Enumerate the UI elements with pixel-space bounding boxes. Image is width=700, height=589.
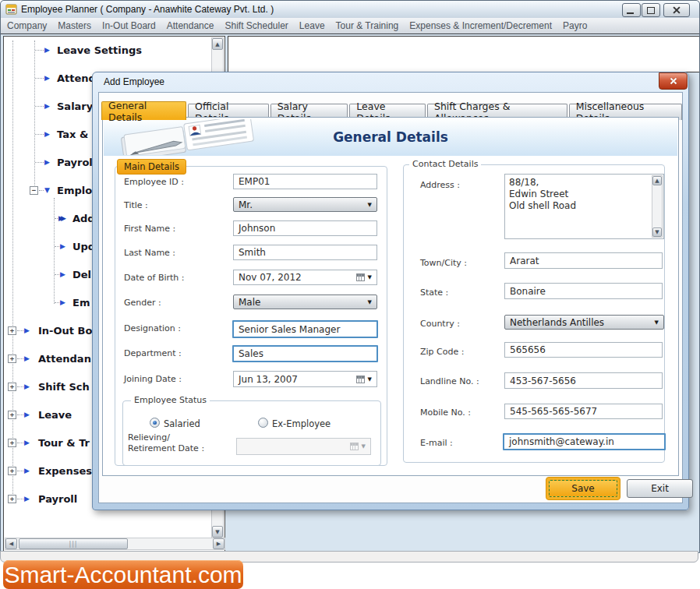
tab-general-details[interactable]: General Details	[101, 101, 186, 120]
dialog-close-button[interactable]	[659, 72, 688, 90]
address-textarea[interactable]: 88/18, Edwin Street Old shell Road ▲ ▼	[504, 174, 664, 239]
tree-item[interactable]: ▶Leave Settings	[4, 44, 222, 58]
menu-in-out-board[interactable]: In-Out Board	[102, 20, 156, 31]
chevron-down-icon: ▼	[368, 299, 372, 305]
expand-box-icon[interactable]: +	[8, 439, 16, 447]
expand-box-icon[interactable]: +	[8, 411, 16, 419]
scroll-up-button[interactable]: ▲	[652, 176, 662, 185]
country-label: Country :	[420, 319, 460, 329]
mobile-input[interactable]: 545-565-565-5677	[504, 404, 663, 419]
menu-attendance[interactable]: Attendance	[167, 20, 214, 31]
expand-box-icon[interactable]: +	[8, 354, 16, 363]
arrow-right-icon: ▶	[24, 439, 30, 447]
banner: General Details	[104, 118, 677, 156]
arrow-right-icon: ▶	[24, 354, 30, 363]
scroll-left-button[interactable]: ◀	[5, 538, 17, 549]
menu-masters[interactable]: Masters	[58, 20, 91, 31]
app-icon	[5, 3, 18, 16]
arrow-right-icon: ▶	[44, 102, 50, 111]
salaried-label: Salaried	[164, 418, 200, 429]
arrow-right-icon: ▶	[60, 270, 65, 279]
gender-label: Gender :	[124, 298, 161, 308]
first-name-label: First Name :	[124, 224, 175, 234]
scroll-right-button[interactable]: ▶	[213, 538, 224, 549]
menu-shift-scheduler[interactable]: Shift Scheduler	[224, 20, 288, 31]
title-select[interactable]: Mr.▼	[233, 197, 377, 212]
ex-employee-radio[interactable]	[258, 418, 268, 428]
town-input[interactable]: Ararat	[504, 252, 663, 269]
designation-label: Designation :	[124, 323, 181, 333]
country-select[interactable]: Netherlands Antilles▼	[504, 315, 664, 330]
salaried-radio[interactable]	[150, 418, 160, 428]
zip-label: Zip Code :	[420, 347, 464, 357]
last-name-input[interactable]: Smith	[233, 245, 377, 260]
menu-tour-training[interactable]: Tour & Training	[336, 20, 399, 31]
landline-label: Landline No. :	[420, 376, 479, 386]
scroll-up-button[interactable]: ▲	[212, 38, 223, 50]
watermark-text: Smart-Accountant.com	[4, 563, 242, 587]
relieving-label-line1: Relieving/	[128, 432, 170, 443]
first-name-input[interactable]: Johnson	[233, 220, 377, 236]
arrow-right-icon: ▶	[24, 383, 30, 391]
calendar-icon	[350, 443, 359, 450]
chevron-down-icon: ▼	[655, 319, 659, 326]
expand-box-icon[interactable]: +	[8, 326, 16, 335]
banner-title: General Details	[104, 118, 677, 156]
collapse-box-icon[interactable]: −	[30, 186, 38, 195]
arrow-right-icon: ▶	[44, 130, 50, 139]
mobile-label: Mobile No. :	[420, 407, 471, 418]
minimize-button[interactable]	[622, 3, 641, 17]
chevron-down-icon: ▼	[368, 274, 372, 280]
joining-date-datepicker[interactable]: Jun 13, 2007▼	[233, 371, 377, 387]
expand-box-icon[interactable]: +	[8, 495, 16, 503]
scroll-down-button[interactable]: ▼	[652, 227, 662, 237]
main-details-legend: Main Details	[117, 159, 186, 175]
contact-details-legend: Contact Details	[409, 159, 481, 169]
save-button-glow: Save	[546, 477, 620, 500]
title-bar: Employee Planner ( Company - Anawhite Ca…	[1, 1, 699, 19]
scroll-down-button[interactable]: ▼	[212, 526, 223, 538]
zip-input[interactable]: 565656	[504, 342, 663, 358]
chevron-down-icon: ▼	[368, 202, 372, 208]
dob-datepicker[interactable]: Nov 07, 2012▼	[233, 270, 377, 285]
state-label: State :	[420, 287, 448, 298]
joining-date-label: Joining Date :	[124, 374, 182, 384]
expand-box-icon[interactable]: +	[8, 383, 16, 391]
watermark-banner: Smart-Accountant.com	[3, 560, 243, 589]
menu-bar: Company Masters In-Out Board Attendance …	[1, 18, 699, 34]
arrow-right-icon: ▶	[44, 74, 50, 83]
tree-hscrollbar[interactable]: ◀ ||| ▶	[5, 538, 225, 550]
menu-leave[interactable]: Leave	[299, 20, 325, 31]
address-scrollbar[interactable]: ▲ ▼	[652, 175, 663, 238]
department-input[interactable]: Sales	[232, 345, 378, 362]
maximize-icon	[647, 7, 655, 14]
state-input[interactable]: Bonaire	[504, 283, 663, 299]
dialog-content: General Details Official Details Salary …	[98, 92, 683, 503]
exit-button[interactable]: Exit	[627, 479, 693, 498]
email-label: E-mail :	[420, 438, 453, 448]
menu-expenses-increment[interactable]: Expenses & Increment/Decrement	[409, 20, 552, 31]
menu-company[interactable]: Company	[7, 20, 47, 31]
chevron-down-icon: ▼	[368, 376, 372, 383]
close-button[interactable]	[663, 3, 690, 17]
add-employee-dialog: Add Employee General Details Official De…	[92, 72, 689, 510]
town-label: Town/City :	[420, 258, 467, 268]
address-label: Address :	[420, 180, 460, 190]
gender-select[interactable]: Male▼	[233, 294, 377, 309]
hscroll-thumb[interactable]: |||	[19, 538, 128, 549]
menu-payroll[interactable]: Payro	[563, 20, 587, 31]
save-button[interactable]: Save	[549, 480, 617, 497]
employee-id-input[interactable]: EMP01	[233, 174, 377, 189]
arrow-right-icon: ▶	[60, 242, 65, 251]
email-input[interactable]: johnsmith@cateway.in	[503, 433, 666, 450]
employee-id-label: Employee ID :	[124, 177, 184, 187]
designation-input[interactable]: Senior Sales Manager	[232, 320, 378, 338]
relieving-date-datepicker: ▼	[236, 438, 371, 455]
chevron-down-icon: ▼	[362, 443, 366, 450]
title-label: Title :	[124, 200, 148, 210]
department-label: Department :	[124, 348, 182, 358]
calendar-icon	[356, 376, 365, 383]
expand-box-icon[interactable]: +	[8, 467, 16, 475]
maximize-button[interactable]	[642, 3, 660, 17]
landline-input[interactable]: 453-567-5656	[504, 372, 663, 389]
